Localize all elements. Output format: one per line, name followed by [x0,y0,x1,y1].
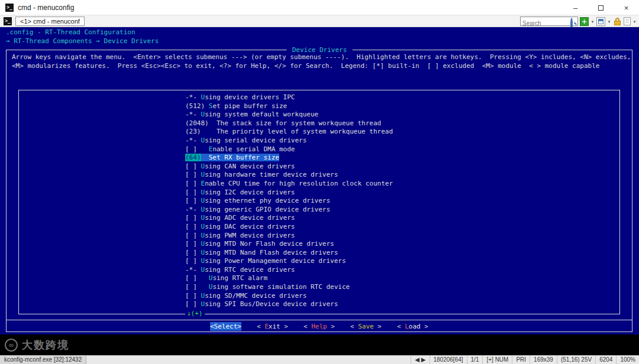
menu-item[interactable]: [ ] Using MTD Nand Flash device drivers [185,249,393,258]
menu-item[interactable]: [ ] Using ethernet phy device drivers [185,197,393,206]
minimize-icon: – [573,4,577,12]
toolbar: + ▾ ▾ ▾ [520,17,637,26]
menu-item[interactable]: -*- Using RTC device drivers [185,266,393,275]
maximize-button[interactable] [588,0,614,15]
help-button[interactable]: < Help > [304,322,335,331]
watermark: ∞ 大数跨境 [5,338,69,352]
status-segment: 180206[64] [430,356,467,364]
window-mode-dropdown[interactable]: ▾ [607,17,611,26]
window-mode-button[interactable] [596,17,605,26]
window-title: cmd - menuconfig [18,4,74,12]
chevron-down-icon: ▾ [608,20,611,24]
menu-item[interactable]: [ ] Using software simulation RTC device [185,283,393,292]
cmd-app-icon: >_ [5,4,14,12]
menu-item[interactable]: [ ] Using hardware timer device drivers [185,171,393,180]
menu-item[interactable]: [ ] Using RTC alarm [185,274,393,283]
chevron-down-icon: ▾ [592,20,594,24]
tab-bar: >_ <1> cmd - menuconf + ▾ ▾ ▾ [0,15,639,27]
console-icon: >_ [4,17,12,25]
load-button[interactable]: < Load > [397,322,428,331]
chevron-down-icon: ▾ [634,20,636,24]
search-box [520,17,578,26]
instructions-line2: <M> modularizes features. Press <Esc><Es… [12,62,599,70]
status-segment: ◀ ▶ [411,356,429,364]
close-button[interactable]: × [614,0,639,15]
watermark-text: 大数跨境 [22,338,69,352]
window-controls: – × [563,0,639,15]
menu-item[interactable]: -*- Using generic GPIO device drivers [185,206,393,214]
button-separator [6,320,632,320]
menu-item[interactable]: [ ] Using CAN device drivers [185,162,393,171]
watermark-logo-icon: ∞ [5,339,18,352]
menu-item-selected[interactable]: (64) Set RX buffer size [185,154,393,162]
process-info: kconfig-mconf.exe [32]:12432 [0,356,86,364]
select-button[interactable]: <Select> [210,322,241,331]
dialog-buttons: <Select>< Exit >< Help >< Save >< Load > [6,322,632,331]
status-segment: PRI [512,356,530,364]
new-console-dropdown[interactable]: ▾ [590,17,595,26]
plus-icon: + [582,18,587,25]
menu-item[interactable]: [ ] Using Power Management device driver… [185,257,393,266]
menu-item[interactable]: (2048) The stack size for system workque… [185,119,393,128]
window-icon [598,19,604,24]
status-bar: kconfig-mconf.exe [32]:12432 ◀ ▶180206[6… [0,355,639,364]
menu-item[interactable]: [ ] Using PWM device drivers [185,232,393,240]
menu-item[interactable]: (512) Set pipe buffer size [185,102,393,111]
menu-item[interactable]: [ ] Using ADC device drivers [185,214,393,223]
breadcrumb: → RT-Thread Components → Device Drivers [6,37,159,45]
menu-item[interactable]: -*- Using system default workqueue [185,110,393,119]
config-path-line: .config - RT-Thread Configuration [6,28,135,36]
dialog-title: Device Drivers [287,46,353,54]
maximize-icon [598,5,604,11]
menu-item[interactable]: [ ] Using SPI Bus/Device device drivers [185,300,393,309]
status-segment: 6204 [595,356,616,364]
menu-item[interactable]: [ ] Enable serial DMA mode [185,145,393,154]
menu-item[interactable]: [ ] Using SD/MMC device drivers [185,292,393,301]
menu-item[interactable]: [ ] Using MTD Nor Flash device drivers [185,240,393,249]
menu-item[interactable]: [ ] Enable CPU time for high resolution … [185,180,393,188]
minimize-button[interactable]: – [563,0,588,15]
menu-item[interactable]: [ ] Using I2C device drivers [185,188,393,197]
terminal: .config - RT-Thread Configuration → RT-T… [0,27,639,355]
scroll-more-indicator: ↓(+) [185,310,205,317]
menu-item[interactable]: (23) The priority level of system workqu… [185,128,393,136]
instructions-line1: Arrow keys navigate the menu. <Enter> se… [12,53,631,61]
menu-item[interactable]: -*- Using device drivers IPC [185,93,393,102]
tab-cmd-menuconfig[interactable]: <1> cmd - menuconf [15,17,85,26]
search-icon [570,19,576,25]
more-options-dropdown[interactable]: ▾ [632,17,637,26]
status-segment: (51,16) 25V [557,356,595,364]
search-input[interactable] [521,20,568,27]
save-button[interactable]: < Save > [350,322,382,331]
lock-button[interactable] [613,17,622,26]
status-segments: ◀ ▶180206[64]1/1[+] NUMPRI169x39(51,16) … [411,356,639,364]
menu-list: -*- Using device drivers IPC(512) Set pi… [185,93,393,309]
title-bar: >_ cmd - menuconfig – × [0,0,639,15]
exit-button[interactable]: < Exit > [257,322,288,331]
new-console-button[interactable]: + [580,17,589,26]
status-segment: 1/1 [467,356,483,364]
menu-item[interactable]: [ ] Using DAC device drivers [185,223,393,232]
menuconfig-screen: .config - RT-Thread Configuration → RT-T… [0,27,639,334]
scrollback-button[interactable] [624,17,631,25]
menu-item[interactable]: -*- Using serial device drivers [185,136,393,145]
close-icon: × [624,4,629,12]
status-segment: 100% [616,356,639,364]
status-segment: [+] NUM [482,356,512,364]
status-segment: 169x39 [530,356,557,364]
